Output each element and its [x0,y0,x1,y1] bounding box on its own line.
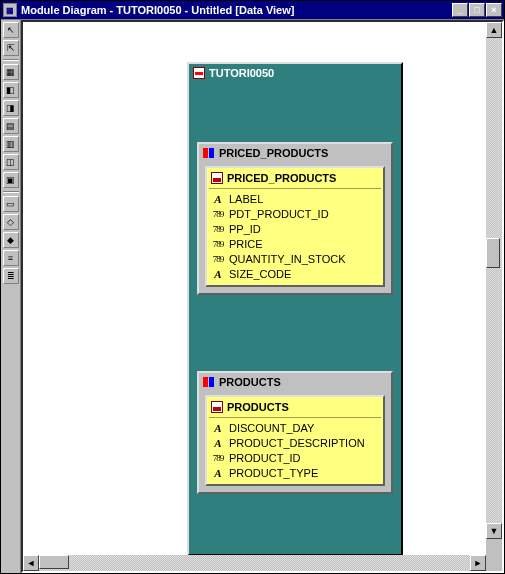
block-priced-products[interactable]: PRICED_PRODUCTS PRICED_PRODUCTS ALABEL [197,142,393,295]
type-number-icon: 789 [211,224,225,234]
tool-diamond-fill[interactable]: ◆ [3,232,19,248]
window-controls: _ □ × [452,3,502,17]
column-row[interactable]: 789PDT_PRODUCT_ID [211,206,379,221]
column-row[interactable]: 789PP_ID [211,221,379,236]
column-name: PRODUCT_DESCRIPTION [229,437,365,449]
block-label: PRODUCTS [219,376,281,388]
app-window: ▦ Module Diagram - TUTORI0050 - Untitled… [0,0,505,574]
scroll-up-button[interactable]: ▲ [486,22,502,38]
scroll-track[interactable] [39,555,470,571]
tool-key[interactable]: ▣ [3,172,19,188]
close-button[interactable]: × [486,3,502,17]
tool-table[interactable]: ▤ [3,118,19,134]
column-row[interactable]: ASIZE_CODE [211,266,379,281]
table-card-products[interactable]: PRODUCTS ADISCOUNT_DAY APRODUCT_DESCRIPT… [205,395,385,486]
scroll-thumb[interactable] [39,555,69,569]
table-name: PRODUCTS [227,401,289,413]
maximize-button[interactable]: □ [469,3,485,17]
block-icon [203,377,215,387]
column-name: PRODUCT_ID [229,452,301,464]
type-text-icon: A [211,422,225,434]
scroll-corner [486,539,502,555]
scroll-right-button[interactable]: ► [470,555,486,571]
tool-module[interactable]: ▦ [3,64,19,80]
type-number-icon: 789 [211,239,225,249]
tool-palette: ↖ ⇱ ▦ ◧ ◨ ▤ ▥ ◫ ▣ ▭ ◇ ◆ ≡ ≣ [1,20,21,573]
type-number-icon: 789 [211,254,225,264]
column-row[interactable]: 789PRODUCT_ID [211,450,379,465]
column-row[interactable]: APRODUCT_DESCRIPTION [211,435,379,450]
column-name: PRICE [229,238,263,250]
client-area: ↖ ⇱ ▦ ◧ ◨ ▤ ▥ ◫ ▣ ▭ ◇ ◆ ≡ ≣ [1,19,504,573]
table-caption[interactable]: PRODUCTS [209,399,381,418]
column-name: LABEL [229,193,263,205]
window-title: Module Diagram - TUTORI0050 - Untitled [… [21,4,452,16]
type-text-icon: A [211,268,225,280]
tool-select[interactable]: ⇱ [3,40,19,56]
column-name: PP_ID [229,223,261,235]
table-caption[interactable]: PRICED_PRODUCTS [209,170,381,189]
tool-rect[interactable]: ▭ [3,196,19,212]
column-row[interactable]: ADISCOUNT_DAY [211,420,379,435]
block-header[interactable]: PRICED_PRODUCTS [199,144,391,162]
tool-separator [3,59,19,61]
tool-diamond[interactable]: ◇ [3,214,19,230]
column-row[interactable]: ALABEL [211,191,379,206]
type-text-icon: A [211,437,225,449]
column-row[interactable]: APRODUCT_TYPE [211,465,379,480]
column-name: QUANTITY_IN_STOCK [229,253,346,265]
column-name: PDT_PRODUCT_ID [229,208,329,220]
titlebar[interactable]: ▦ Module Diagram - TUTORI0050 - Untitled… [1,1,504,19]
tool-pointer[interactable]: ↖ [3,22,19,38]
app-icon: ▦ [3,3,17,17]
type-text-icon: A [211,193,225,205]
scroll-thumb[interactable] [486,238,500,268]
scroll-left-button[interactable]: ◄ [23,555,39,571]
block-products[interactable]: PRODUCTS PRODUCTS ADISCOUNT_DAY [197,371,393,494]
scroll-track[interactable] [486,38,502,523]
canvas-viewport: TUTORI0050 PRICED_PRODUCTS [21,20,504,573]
column-name: SIZE_CODE [229,268,291,280]
module-box[interactable]: TUTORI0050 PRICED_PRODUCTS [187,62,403,555]
tool-lines-2[interactable]: ≣ [3,268,19,284]
column-list: ADISCOUNT_DAY APRODUCT_DESCRIPTION 789PR… [209,418,381,480]
type-text-icon: A [211,467,225,479]
scroll-spacer [486,555,502,571]
vertical-scrollbar[interactable]: ▲ ▼ [486,22,502,539]
canvas[interactable]: TUTORI0050 PRICED_PRODUCTS [23,22,502,555]
tool-lines[interactable]: ≡ [3,250,19,266]
module-header[interactable]: TUTORI0050 [189,64,401,82]
type-number-icon: 789 [211,209,225,219]
block-icon [203,148,215,158]
tool-join[interactable]: ◫ [3,154,19,170]
block-header[interactable]: PRODUCTS [199,373,391,391]
type-number-icon: 789 [211,453,225,463]
column-row[interactable]: 789QUANTITY_IN_STOCK [211,251,379,266]
table-name: PRICED_PRODUCTS [227,172,336,184]
module-name: TUTORI0050 [209,67,274,79]
column-name: DISCOUNT_DAY [229,422,314,434]
horizontal-scrollbar[interactable]: ◄ ► [23,555,502,571]
column-row[interactable]: 789PRICE [211,236,379,251]
table-icon [211,172,223,184]
column-list: ALABEL 789PDT_PRODUCT_ID 789PP_ID 789PRI… [209,189,381,281]
tool-separator-2 [3,191,19,193]
tool-block-1[interactable]: ◧ [3,82,19,98]
table-card-priced-products[interactable]: PRICED_PRODUCTS ALABEL 789PDT_PRODUCT_ID… [205,166,385,287]
block-label: PRICED_PRODUCTS [219,147,328,159]
scroll-down-button[interactable]: ▼ [486,523,502,539]
tool-view[interactable]: ▥ [3,136,19,152]
column-name: PRODUCT_TYPE [229,467,318,479]
minimize-button[interactable]: _ [452,3,468,17]
module-icon [193,67,205,79]
tool-block-2[interactable]: ◨ [3,100,19,116]
table-icon [211,401,223,413]
